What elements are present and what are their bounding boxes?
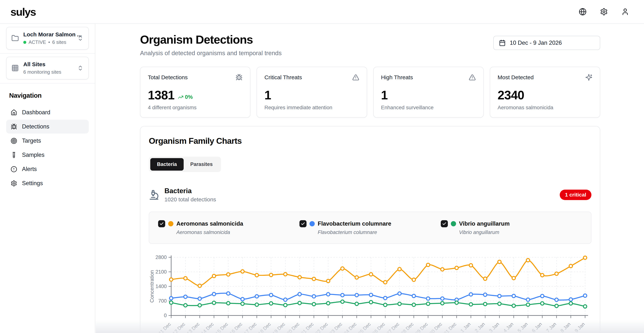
globe-icon[interactable] [579,8,586,16]
stat-title: Critical Threats [264,74,302,80]
gear-icon[interactable] [600,8,608,16]
nav-item-label: Targets [22,138,41,144]
svg-text:6 Jan: 6 Jan [531,321,543,333]
svg-text:22 Dec: 22 Dec [314,321,329,333]
sidebar-item-dashboard[interactable]: Dashboard [6,106,89,119]
svg-text:13 Dec: 13 Dec [186,321,200,333]
alert-triangle-icon [469,74,476,81]
tab-bacteria[interactable]: Bacteria [150,158,184,170]
separator-dot: • [48,39,50,45]
date-range-picker[interactable]: 10 Dec - 9 Jan 2026 [493,36,600,50]
sidebar-item-alerts[interactable]: Alerts [6,162,89,176]
family-tabs: Bacteria Parasites [149,156,221,172]
series-color-dot [451,221,456,226]
active-status-dot [23,41,26,44]
sidebar-item-targets[interactable]: Targets [6,134,89,148]
calendar-icon [499,40,506,46]
stat-subtitle: Enhanced surveillance [381,104,476,110]
trend-value: 0% [185,94,193,100]
detections-line-chart: 070014002100280011 Dec12 Dec13 Dec14 Dec… [149,252,592,333]
page-title: Organism Detections [140,33,282,46]
critical-badge: 1 critical [560,190,592,200]
svg-text:20 Dec: 20 Dec [286,321,300,333]
svg-text:18 Dec: 18 Dec [257,321,272,333]
topbar-actions [579,8,629,16]
project-selector[interactable]: Loch Morar Salmon ... ACTIVE • 6 sites [6,27,89,50]
svg-text:17 Dec: 17 Dec [243,321,258,333]
stat-title: Total Detections [148,74,188,80]
project-status-label: ACTIVE [28,39,46,45]
svg-text:5 Jan: 5 Jan [516,321,529,333]
stat-card-high-threats: High Threats 1 Enhanced surveillance [373,67,484,118]
site-name: All Sites [23,61,73,68]
trending-up-icon [178,94,184,100]
svg-text:3 Jan: 3 Jan [488,321,500,333]
user-icon[interactable] [621,8,629,16]
chevrons-up-down-icon [77,35,84,42]
svg-text:Concentration: Concentration [149,270,155,302]
stats-row: Total Detections 1381 0% 4 different org… [140,67,600,118]
legend-item-aeromonas[interactable]: Aeromonas salmonicida Aeromonas salmonic… [158,220,300,235]
bug-icon [11,124,17,130]
svg-text:2100: 2100 [156,269,167,275]
grid-icon [11,64,19,72]
project-status: ACTIVE • 6 sites [23,39,73,45]
legend-item-vibrio[interactable]: Vibrio anguillarum Vibrio anguillarum [441,220,582,235]
stat-subtitle: 4 different organisms [148,104,242,110]
project-selector-text: Loch Morar Salmon ... ACTIVE • 6 sites [23,31,73,45]
project-selector-section: Loch Morar Salmon ... ACTIVE • 6 sites [0,24,95,54]
check-icon [301,222,305,226]
nav-section-label: Navigation [9,92,89,99]
svg-text:21 Dec: 21 Dec [300,321,314,333]
svg-text:28 Dec: 28 Dec [400,321,414,333]
page-subtitle: Analysis of detected organisms and tempo… [140,50,282,57]
series-checkbox[interactable] [158,220,165,227]
svg-text:4 Jan: 4 Jan [502,321,514,333]
nav-item-label: Settings [22,180,43,187]
stat-value: 1381 [148,89,174,101]
alert-circle-icon [11,166,17,172]
trend-badge: 0% [178,94,193,101]
svg-text:26 Dec: 26 Dec [371,321,386,333]
series-checkbox[interactable] [300,220,306,227]
main-content: Organism Detections Analysis of detected… [95,24,644,333]
stat-title: High Threats [381,74,413,80]
page-header-text: Organism Detections Analysis of detected… [140,33,282,57]
sidebar-item-samples[interactable]: Samples [6,148,89,162]
svg-text:12 Dec: 12 Dec [171,321,186,333]
svg-text:16 Dec: 16 Dec [228,321,243,333]
bug-icon [236,74,242,81]
svg-text:24 Dec: 24 Dec [343,321,358,333]
nav-item-label: Detections [22,123,49,130]
site-selector[interactable]: All Sites 6 monitoring sites [6,57,89,80]
microscope-icon [149,190,159,200]
tab-parasites[interactable]: Parasites [184,158,220,170]
svg-text:700: 700 [158,298,167,304]
series-color-dot [168,221,174,226]
check-icon [160,222,164,226]
sidebar-item-detections[interactable]: Detections [6,120,89,134]
nav-item-label: Dashboard [22,109,50,116]
legend-item-flavobacterium[interactable]: Flavobacterium columnare Flavobacterium … [300,220,441,235]
organism-family-charts-card: Organism Family Charts Bacteria Parasite… [140,126,600,333]
line-chart-svg: 070014002100280011 Dec12 Dec13 Dec14 Dec… [149,252,591,333]
project-sites-count: 6 sites [52,39,66,45]
nav-item-label: Samples [22,152,44,158]
svg-text:31 Dec: 31 Dec [443,321,457,333]
sidebar-item-settings[interactable]: Settings [6,176,89,190]
stat-title: Most Detected [498,74,534,80]
sparkles-icon [585,74,592,81]
svg-text:30 Dec: 30 Dec [428,321,443,333]
family-name: Bacteria [164,187,216,195]
stat-card-total-detections: Total Detections 1381 0% 4 different org… [140,67,250,118]
target-icon [11,138,17,144]
svg-text:1400: 1400 [156,284,167,289]
series-name: Flavobacterium columnare [318,220,391,227]
svg-text:23 Dec: 23 Dec [328,321,343,333]
svg-text:15 Dec: 15 Dec [214,321,229,333]
series-latin-name: Vibrio anguillarum [459,230,582,235]
series-name: Aeromonas salmonicida [176,220,243,227]
nav-item-label: Alerts [22,166,37,172]
series-checkbox[interactable] [441,220,448,227]
series-latin-name: Aeromonas salmonicida [176,230,300,235]
